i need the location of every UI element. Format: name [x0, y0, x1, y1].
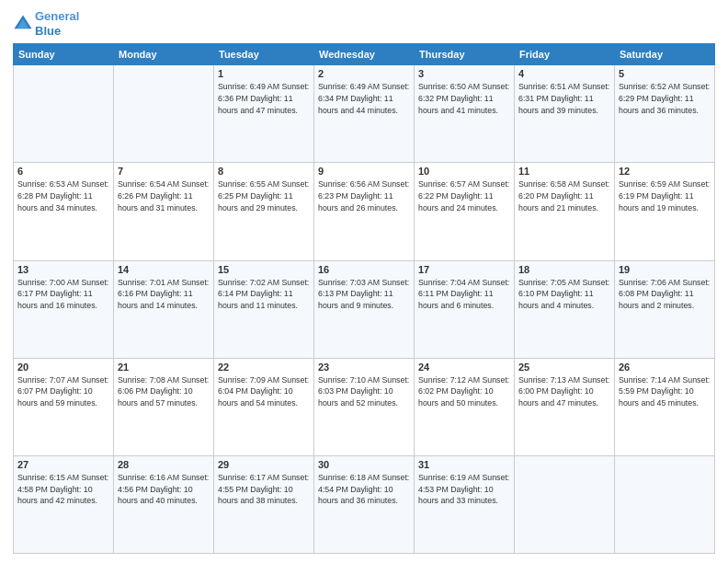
- calendar-cell: 15Sunrise: 7:02 AM Sunset: 6:14 PM Dayli…: [214, 260, 314, 358]
- day-info: Sunrise: 7:14 AM Sunset: 5:59 PM Dayligh…: [619, 374, 711, 409]
- calendar-cell: 31Sunrise: 6:19 AM Sunset: 4:53 PM Dayli…: [415, 455, 515, 553]
- logo-text: General Blue: [35, 9, 79, 38]
- calendar-header: SundayMondayTuesdayWednesdayThursdayFrid…: [14, 44, 715, 65]
- day-number: 22: [218, 362, 310, 373]
- weekday-header-row: SundayMondayTuesdayWednesdayThursdayFrid…: [14, 44, 715, 65]
- calendar-cell: 21Sunrise: 7:08 AM Sunset: 6:06 PM Dayli…: [114, 358, 214, 455]
- calendar-cell: 5Sunrise: 6:52 AM Sunset: 6:29 PM Daylig…: [615, 65, 715, 163]
- day-info: Sunrise: 6:19 AM Sunset: 4:53 PM Dayligh…: [418, 472, 510, 507]
- day-number: 24: [418, 362, 510, 373]
- day-info: Sunrise: 7:07 AM Sunset: 6:07 PM Dayligh…: [17, 374, 109, 409]
- weekday-header-saturday: Saturday: [615, 44, 715, 65]
- calendar-cell: [515, 455, 615, 553]
- weekday-header-wednesday: Wednesday: [314, 44, 415, 65]
- day-number: 7: [118, 166, 210, 177]
- day-info: Sunrise: 7:10 AM Sunset: 6:03 PM Dayligh…: [318, 374, 410, 409]
- day-number: 18: [518, 264, 610, 275]
- day-info: Sunrise: 7:03 AM Sunset: 6:13 PM Dayligh…: [318, 277, 410, 312]
- day-info: Sunrise: 6:50 AM Sunset: 6:32 PM Dayligh…: [418, 81, 510, 116]
- day-info: Sunrise: 6:51 AM Sunset: 6:31 PM Dayligh…: [518, 81, 610, 116]
- weekday-header-monday: Monday: [114, 44, 214, 65]
- day-number: 30: [318, 459, 410, 470]
- calendar-cell: [615, 455, 715, 553]
- day-info: Sunrise: 6:17 AM Sunset: 4:55 PM Dayligh…: [218, 472, 310, 507]
- logo-icon: [13, 14, 33, 34]
- calendar-cell: 6Sunrise: 6:53 AM Sunset: 6:28 PM Daylig…: [14, 163, 114, 260]
- calendar-cell: [114, 65, 214, 163]
- weekday-header-friday: Friday: [515, 44, 615, 65]
- logo: General Blue: [13, 9, 79, 38]
- calendar-week-3: 20Sunrise: 7:07 AM Sunset: 6:07 PM Dayli…: [14, 358, 715, 455]
- day-info: Sunrise: 7:08 AM Sunset: 6:06 PM Dayligh…: [118, 374, 210, 409]
- day-number: 28: [118, 459, 210, 470]
- calendar-cell: 1Sunrise: 6:49 AM Sunset: 6:36 PM Daylig…: [214, 65, 314, 163]
- day-info: Sunrise: 6:58 AM Sunset: 6:20 PM Dayligh…: [518, 178, 610, 213]
- day-info: Sunrise: 6:54 AM Sunset: 6:26 PM Dayligh…: [118, 178, 210, 213]
- weekday-header-sunday: Sunday: [14, 44, 114, 65]
- day-info: Sunrise: 7:06 AM Sunset: 6:08 PM Dayligh…: [619, 277, 711, 312]
- day-number: 20: [17, 362, 109, 373]
- day-number: 23: [318, 362, 410, 373]
- day-number: 27: [17, 459, 109, 470]
- calendar-cell: 25Sunrise: 7:13 AM Sunset: 6:00 PM Dayli…: [515, 358, 615, 455]
- day-info: Sunrise: 6:57 AM Sunset: 6:22 PM Dayligh…: [418, 178, 510, 213]
- calendar-week-4: 27Sunrise: 6:15 AM Sunset: 4:58 PM Dayli…: [14, 455, 715, 553]
- day-number: 4: [518, 68, 610, 79]
- day-info: Sunrise: 6:59 AM Sunset: 6:19 PM Dayligh…: [619, 178, 711, 213]
- calendar-cell: 11Sunrise: 6:58 AM Sunset: 6:20 PM Dayli…: [515, 163, 615, 260]
- calendar-cell: 20Sunrise: 7:07 AM Sunset: 6:07 PM Dayli…: [14, 358, 114, 455]
- day-info: Sunrise: 6:56 AM Sunset: 6:23 PM Dayligh…: [318, 178, 410, 213]
- calendar-cell: 28Sunrise: 6:16 AM Sunset: 4:56 PM Dayli…: [114, 455, 214, 553]
- day-number: 13: [17, 264, 109, 275]
- day-number: 17: [418, 264, 510, 275]
- calendar-cell: 24Sunrise: 7:12 AM Sunset: 6:02 PM Dayli…: [415, 358, 515, 455]
- day-number: 31: [418, 459, 510, 470]
- day-number: 12: [619, 166, 711, 177]
- calendar-cell: 3Sunrise: 6:50 AM Sunset: 6:32 PM Daylig…: [415, 65, 515, 163]
- day-info: Sunrise: 6:49 AM Sunset: 6:36 PM Dayligh…: [218, 81, 310, 116]
- day-info: Sunrise: 6:15 AM Sunset: 4:58 PM Dayligh…: [17, 472, 109, 507]
- day-number: 29: [218, 459, 310, 470]
- calendar-cell: 19Sunrise: 7:06 AM Sunset: 6:08 PM Dayli…: [615, 260, 715, 358]
- calendar-cell: 12Sunrise: 6:59 AM Sunset: 6:19 PM Dayli…: [615, 163, 715, 260]
- page: General Blue SundayMondayTuesdayWednesda…: [0, 0, 728, 563]
- day-info: Sunrise: 7:12 AM Sunset: 6:02 PM Dayligh…: [418, 374, 510, 409]
- calendar-cell: 4Sunrise: 6:51 AM Sunset: 6:31 PM Daylig…: [515, 65, 615, 163]
- calendar-cell: 10Sunrise: 6:57 AM Sunset: 6:22 PM Dayli…: [415, 163, 515, 260]
- calendar-cell: 23Sunrise: 7:10 AM Sunset: 6:03 PM Dayli…: [314, 358, 415, 455]
- day-number: 1: [218, 68, 310, 79]
- weekday-header-thursday: Thursday: [415, 44, 515, 65]
- calendar-cell: 22Sunrise: 7:09 AM Sunset: 6:04 PM Dayli…: [214, 358, 314, 455]
- calendar-cell: 8Sunrise: 6:55 AM Sunset: 6:25 PM Daylig…: [214, 163, 314, 260]
- day-info: Sunrise: 7:05 AM Sunset: 6:10 PM Dayligh…: [518, 277, 610, 312]
- calendar-cell: 2Sunrise: 6:49 AM Sunset: 6:34 PM Daylig…: [314, 65, 415, 163]
- calendar-cell: 14Sunrise: 7:01 AM Sunset: 6:16 PM Dayli…: [114, 260, 214, 358]
- day-info: Sunrise: 7:00 AM Sunset: 6:17 PM Dayligh…: [17, 277, 109, 312]
- calendar-cell: 9Sunrise: 6:56 AM Sunset: 6:23 PM Daylig…: [314, 163, 415, 260]
- calendar-week-0: 1Sunrise: 6:49 AM Sunset: 6:36 PM Daylig…: [14, 65, 715, 163]
- day-number: 21: [118, 362, 210, 373]
- calendar-cell: 27Sunrise: 6:15 AM Sunset: 4:58 PM Dayli…: [14, 455, 114, 553]
- calendar-body: 1Sunrise: 6:49 AM Sunset: 6:36 PM Daylig…: [14, 65, 715, 554]
- day-info: Sunrise: 7:02 AM Sunset: 6:14 PM Dayligh…: [218, 277, 310, 312]
- calendar-cell: 16Sunrise: 7:03 AM Sunset: 6:13 PM Dayli…: [314, 260, 415, 358]
- calendar-table: SundayMondayTuesdayWednesdayThursdayFrid…: [13, 43, 715, 554]
- day-info: Sunrise: 6:18 AM Sunset: 4:54 PM Dayligh…: [318, 472, 410, 507]
- day-number: 26: [619, 362, 711, 373]
- day-number: 10: [418, 166, 510, 177]
- header: General Blue: [13, 9, 715, 38]
- day-number: 5: [619, 68, 711, 79]
- day-number: 25: [518, 362, 610, 373]
- calendar-cell: 13Sunrise: 7:00 AM Sunset: 6:17 PM Dayli…: [14, 260, 114, 358]
- day-number: 8: [218, 166, 310, 177]
- day-number: 16: [318, 264, 410, 275]
- day-number: 11: [518, 166, 610, 177]
- day-info: Sunrise: 6:53 AM Sunset: 6:28 PM Dayligh…: [17, 178, 109, 213]
- day-number: 6: [17, 166, 109, 177]
- day-info: Sunrise: 6:16 AM Sunset: 4:56 PM Dayligh…: [118, 472, 210, 507]
- calendar-cell: 17Sunrise: 7:04 AM Sunset: 6:11 PM Dayli…: [415, 260, 515, 358]
- calendar-cell: 29Sunrise: 6:17 AM Sunset: 4:55 PM Dayli…: [214, 455, 314, 553]
- day-number: 15: [218, 264, 310, 275]
- calendar-cell: 18Sunrise: 7:05 AM Sunset: 6:10 PM Dayli…: [515, 260, 615, 358]
- day-number: 9: [318, 166, 410, 177]
